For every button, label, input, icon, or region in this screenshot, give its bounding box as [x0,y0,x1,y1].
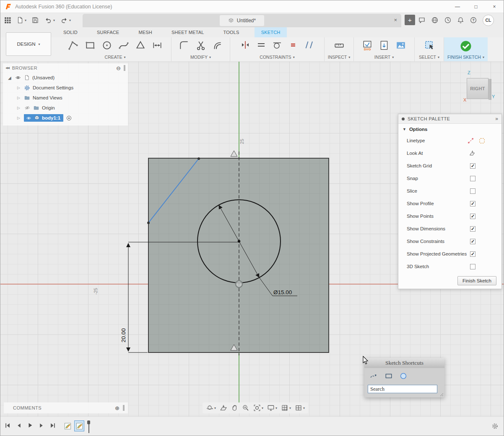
timeline-position-marker[interactable] [87,420,90,433]
show-projected-geometries-checkbox[interactable] [470,251,475,257]
slice-checkbox[interactable] [470,188,475,194]
trim-scissors-icon[interactable] [195,40,206,51]
skip-to-start-button[interactable] [5,423,11,428]
sketch-dimension-tool-icon[interactable] [152,40,163,51]
shortcut-spline-icon[interactable] [369,372,378,380]
document-tab[interactable]: Untitled* [220,15,264,26]
browser-drag-grip[interactable] [124,65,125,71]
tangent-constraint-icon[interactable] [272,40,282,50]
line-tool-icon[interactable] [68,40,79,51]
comment-bubble-icon[interactable] [418,16,426,24]
rectangle-tool-icon[interactable] [85,40,96,51]
sketch-palette-header[interactable]: SKETCH PALETTE » [398,114,501,124]
display-settings-button[interactable]: ▾ [267,404,277,412]
comments-bar[interactable]: COMMENTS ⊕ [4,402,128,413]
spline-tool-icon[interactable] [118,40,129,51]
timeline-marker-handle[interactable] [87,420,90,424]
chevron-right-icon[interactable]: ▷ [17,86,21,90]
step-forward-button[interactable] [39,423,44,428]
tab-solid[interactable]: SOLID [63,30,78,35]
insert-dxf-icon[interactable] [379,40,390,51]
palette-expand-icon[interactable]: » [495,116,498,122]
viewports-button[interactable]: ▾ [295,404,305,412]
insert-image-icon[interactable] [395,40,406,51]
add-comment-icon[interactable]: ⊕ [115,405,120,411]
snap-checkbox[interactable] [470,176,475,181]
sketch-point[interactable] [197,157,200,160]
browser-item-origin[interactable]: ▷ Origin [3,103,128,113]
circle-tool-icon[interactable] [101,40,112,51]
construction-line-icon[interactable] [467,137,474,144]
file-menu-button[interactable]: ▾ [16,16,26,24]
play-button[interactable] [27,422,33,428]
selected-body-highlight[interactable]: body1:1 [24,114,63,122]
fillet-tool-icon[interactable] [179,40,190,51]
tab-tools[interactable]: TOOLS [223,30,239,35]
look-at-icon[interactable] [469,150,475,157]
polygon-tool-icon[interactable] [135,40,146,51]
show-points-checkbox[interactable] [470,214,475,219]
chevron-right-icon[interactable]: ▷ [17,96,21,100]
shortcut-rectangle-icon[interactable] [384,372,393,380]
skip-to-end-button[interactable] [49,423,56,428]
browser-item-unsaved[interactable]: ◢ (Unsaved) [3,73,128,83]
redo-button[interactable]: ▾ [60,16,71,24]
fit-button[interactable]: ▾ [253,404,263,412]
visibility-off-eye-icon[interactable] [24,105,31,111]
equal-constraint-icon[interactable] [288,40,298,50]
centerline-icon[interactable] [478,137,486,144]
diameter-dimension-text[interactable]: Ø15.00 [273,289,292,295]
parallel-constraint-icon[interactable] [304,40,314,50]
timeline-settings-gear-icon[interactable] [491,423,499,430]
minimize-button[interactable]: — [448,0,467,13]
browser-minimize-icon[interactable]: ⊖ [116,65,121,71]
sketch-point[interactable] [147,222,150,224]
shortcut-circle-icon[interactable] [400,372,407,380]
collinear-constraint-icon[interactable] [256,40,266,50]
tab-sheet-metal[interactable]: SHEET METAL [171,30,204,35]
orbit-button[interactable]: ▾ [206,404,216,412]
browser-collapse-icon[interactable]: ◀◀ [5,66,9,70]
notifications-bell-icon[interactable] [457,16,464,24]
origin-point-marker[interactable] [236,281,242,287]
sketch-shortcuts-title[interactable]: Sketch Shortcuts [364,358,444,368]
options-section-header[interactable]: ▼ Options [398,124,501,134]
3d-sketch-checkbox[interactable] [470,264,475,269]
close-button[interactable]: × [485,0,504,13]
help-icon[interactable]: ? [470,16,477,24]
create-group-label[interactable]: CREATE▾ [105,55,126,60]
step-back-button[interactable] [16,423,22,428]
job-status-clock-icon[interactable] [444,16,452,24]
constraints-group-label[interactable]: CONSTRAINTS▾ [260,55,294,60]
browser-item-named-views[interactable]: ▷ Named Views [3,93,128,103]
insert-svg-icon[interactable]: SVG [362,40,373,51]
height-dimension-text[interactable]: 20.00 [120,328,127,342]
view-cube[interactable]: Z RIGHT Y X [461,68,501,104]
viewcube-face-right[interactable]: RIGHT [467,78,488,99]
app-grid-button[interactable] [4,16,11,24]
visibility-eye-icon[interactable] [15,75,21,81]
browser-item-body1[interactable]: ▷ body1:1 [3,113,128,123]
insert-group-label[interactable]: INSERT▾ [374,55,394,60]
coincident-constraint-icon[interactable] [240,40,250,50]
visibility-eye-icon[interactable] [26,115,32,121]
timeline-feature-sketch[interactable] [62,420,73,431]
maximize-button[interactable]: □ [467,0,485,13]
tab-surface[interactable]: SURFACE [97,30,119,35]
grid-settings-button[interactable]: ▾ [281,404,291,412]
ground-target-icon[interactable] [66,115,72,121]
web-globe-icon[interactable] [431,16,439,24]
design-workspace-menu[interactable]: DESIGN ▾ [6,32,51,56]
viewcube-side-face[interactable] [488,79,491,100]
shortcuts-search-input[interactable] [368,385,437,393]
pan-button[interactable] [231,404,238,412]
look-at-button[interactable] [220,404,227,412]
account-avatar[interactable]: CL [483,15,494,26]
timeline-feature-sketch-active[interactable] [74,420,84,431]
finish-sketch-button[interactable]: FINISH SKETCH▾ [444,37,488,61]
chevron-right-icon[interactable]: ▷ [17,116,21,120]
modify-group-label[interactable]: MODIFY▾ [190,55,211,60]
resize-grip-icon[interactable] [440,393,444,397]
tab-mesh[interactable]: MESH [138,30,152,35]
symmetry-constraint-icon[interactable] [231,151,237,157]
